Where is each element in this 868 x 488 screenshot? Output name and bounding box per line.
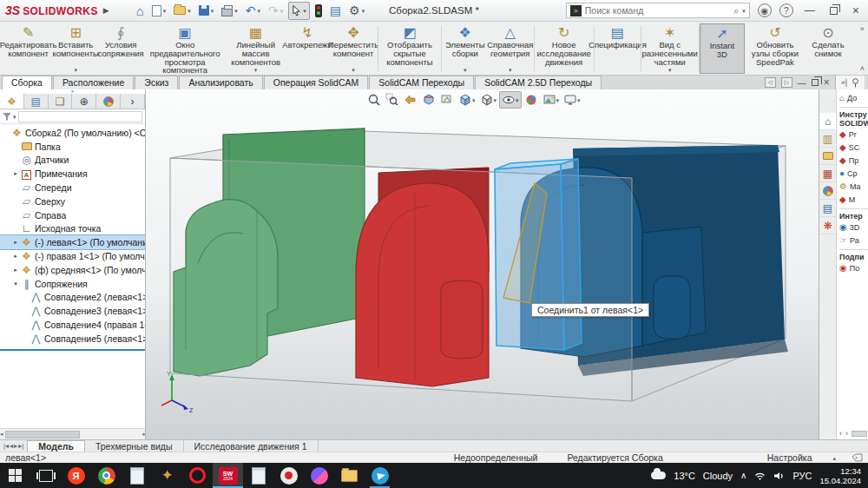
edit-appearance-button[interactable] (523, 92, 540, 108)
previous-document-button[interactable]: ◁ (765, 77, 776, 88)
tree-item[interactable]: ▸❖(-) правая 1<1> (По умолчанию (0, 249, 145, 263)
dropdown-caret-icon[interactable]: ▾ (464, 66, 467, 73)
options-gear-button[interactable]: ⚙▾ (346, 2, 367, 20)
appearances-tab[interactable] (819, 182, 836, 200)
add-ins-tab[interactable]: ❋ (819, 217, 836, 234)
taskpane-item[interactable]: ◉По (839, 261, 868, 274)
model-tab-2[interactable]: Трехмерные виды (85, 440, 184, 452)
tree-item[interactable]: ▱Сверху (0, 195, 145, 208)
dropdown-caret-icon[interactable]: ▾ (509, 66, 512, 73)
taskpane-item[interactable]: ◆Пр (839, 154, 868, 167)
taskpane-item[interactable]: ◆М (839, 193, 868, 206)
tab-операция-solidcam[interactable]: Операция SolidCAM (264, 76, 369, 89)
weather-temp[interactable]: 13°C (674, 471, 695, 481)
home-button[interactable]: ⌂ (134, 2, 147, 20)
taskpane-item[interactable]: ☞Ра (839, 234, 868, 247)
tree-item[interactable]: ▸❖(ф) средняя<1> (По умолчанию (0, 263, 145, 277)
select-cursor-button[interactable]: ▾ (288, 2, 310, 20)
restore-button[interactable] (826, 7, 841, 15)
smart-fasteners-button[interactable]: ↯Автокрепежи (285, 23, 330, 74)
tab-расположение[interactable]: Расположение (53, 76, 134, 89)
tree-item[interactable]: ⋀Совпадение4 (правая 1<1>, (0, 318, 145, 332)
new-motion-study-button[interactable]: ↻Новое исследование движения (535, 23, 593, 74)
expander-icon[interactable]: ▸ (11, 170, 20, 177)
redo-button[interactable]: ↷▾ (266, 2, 286, 20)
view-settings-button[interactable]: ▾ (562, 92, 582, 108)
displaymanager-tab[interactable] (96, 94, 121, 109)
search-input[interactable] (585, 5, 730, 16)
help-icon[interactable]: ? (779, 3, 793, 17)
dropdown-caret-icon[interactable]: ▾ (668, 66, 672, 73)
prev-tab-icon[interactable]: ◂ (10, 442, 13, 450)
expander-icon[interactable]: ▸ (11, 239, 20, 246)
undo-button[interactable]: ↶▾ (243, 2, 263, 20)
task-view-taskbar-button[interactable] (30, 463, 61, 488)
taskpane-item[interactable]: ◆SC (839, 141, 868, 154)
dropdown-caret-icon[interactable]: ▾ (211, 8, 214, 14)
scroll-left-icon[interactable]: ◂ (0, 431, 3, 438)
taskpane-next-icon[interactable]: › (845, 429, 848, 438)
selected-component-levaya[interactable] (495, 159, 582, 350)
minimize-button[interactable]: — (801, 4, 819, 16)
apply-scene-button[interactable]: ▾ (541, 92, 562, 108)
taskpane-item[interactable]: ●Ср (839, 167, 868, 180)
dropdown-caret-icon[interactable]: ▾ (472, 97, 476, 103)
obs-record-taskbar-button[interactable] (273, 463, 304, 488)
take-snapshot-button[interactable]: ⊙Сделать снимок (806, 23, 851, 74)
propertymanager-tab[interactable]: ▤ (24, 94, 49, 109)
dimxpertmanager-tab[interactable]: ⊕ (72, 94, 96, 109)
expander-icon[interactable]: ▸ (11, 253, 20, 260)
exploded-view-button[interactable]: ✶Вид с разнесенными частями▾ (642, 23, 698, 74)
tree-item[interactable]: ⋀Совпадение5 (левая<1>,сре (0, 332, 145, 346)
dropdown-caret-icon[interactable]: ▾ (516, 97, 519, 103)
zoom-to-area-button[interactable] (384, 92, 401, 108)
solidworks-2024-taskbar-button[interactable]: SW2024 (213, 463, 243, 488)
linear-component-pattern-button[interactable]: ▦Линейный массив компонентов▾ (227, 23, 285, 74)
dropdown-caret-icon[interactable]: ▾ (362, 8, 365, 14)
taskpane-item[interactable]: ⚙Ма (839, 180, 868, 193)
expander-icon[interactable]: ▸ (11, 267, 20, 274)
show-hidden-components-button[interactable]: ◩Отобразить скрытые компоненты (379, 23, 441, 74)
open-document-button[interactable]: ▾ (171, 2, 194, 20)
last-tab-icon[interactable]: ▸| (18, 442, 23, 450)
paint-taskbar-button[interactable] (304, 463, 334, 488)
clock[interactable]: 12:34 15.04.2024 (819, 466, 861, 485)
tree-horizontal-scrollbar[interactable]: ◂ ▸ (0, 428, 146, 439)
volume-icon[interactable] (773, 472, 785, 480)
wifi-icon[interactable] (754, 472, 766, 480)
opera-taskbar-button[interactable] (182, 463, 213, 488)
assembly-3d-scene[interactable]: Y Z (146, 89, 819, 439)
zoom-to-fit-button[interactable] (365, 92, 383, 108)
previous-view-button[interactable] (402, 92, 419, 108)
tree-item[interactable]: ⋀Совпадение3 (левая<1>,пра (0, 304, 145, 318)
dropdown-caret-icon[interactable]: ▾ (163, 8, 167, 14)
weather-icon[interactable] (651, 472, 666, 479)
statusbar-collapse-icon[interactable]: ▴ (832, 455, 836, 461)
tree-item[interactable]: ▱Спереди (0, 181, 145, 195)
dropdown-caret-icon[interactable]: ▾ (352, 66, 355, 73)
display-style-button[interactable]: ▾ (478, 92, 499, 108)
component-preview-window-button[interactable]: ▣Окно предварительного просмотра компоне… (143, 23, 227, 74)
featuremanager-tab[interactable]: ❖ (0, 94, 24, 109)
taskpane-item[interactable]: ◉3D (839, 221, 868, 234)
taskpane-collapse-icon[interactable]: »| (841, 78, 847, 87)
search-dropdown-icon[interactable]: ▾ (742, 8, 746, 14)
rollback-bar[interactable] (0, 349, 145, 351)
model-tab-1[interactable]: Модель (27, 440, 85, 452)
logo-expand-arrow-icon[interactable]: ▶ (103, 6, 109, 15)
configurationmanager-tab[interactable]: ❏ (49, 94, 73, 109)
next-tab-icon[interactable]: ▸ (14, 442, 17, 450)
tree-item[interactable]: ▸AПримечания (0, 167, 145, 181)
expander-icon[interactable]: ▾ (11, 280, 20, 287)
save-button[interactable]: ▾ (196, 2, 217, 20)
pin-icon[interactable] (852, 78, 859, 88)
taskpane-scrollbar[interactable] (852, 431, 867, 437)
text-editor-taskbar-button[interactable] (243, 463, 273, 488)
tab-сборка[interactable]: Сборка (2, 76, 52, 89)
update-speedpak-button[interactable]: ↺Обновить узлы сборки SpeedPak (745, 23, 806, 74)
assembly-features-button[interactable]: ❖Элементы сборки▾ (443, 23, 488, 74)
dropdown-caret-icon[interactable]: ▾ (234, 8, 238, 14)
filter-dropdown-icon[interactable]: ▾ (13, 114, 16, 120)
mate-button[interactable]: ∮Условия сопряжения (98, 23, 143, 74)
tree-item[interactable]: ∟Исходная точка (0, 222, 145, 236)
